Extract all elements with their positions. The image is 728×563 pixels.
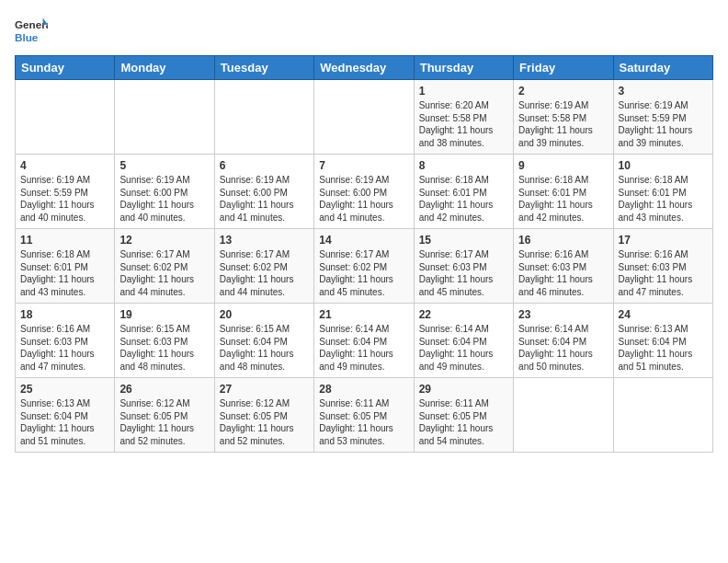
cell-w4-d3: 28 Sunrise: 6:11 AM Sunset: 6:05 PM Dayl… xyxy=(314,378,414,453)
sunrise-label: Sunrise: 6:13 AM xyxy=(20,398,90,408)
sunset-label: Sunset: 6:04 PM xyxy=(319,337,387,347)
daylight-label: Daylight: 11 hours and 44 minutes. xyxy=(119,274,194,297)
daylight-label: Daylight: 11 hours and 41 minutes. xyxy=(220,200,294,223)
sunset-label: Sunset: 6:05 PM xyxy=(319,411,387,421)
sunset-label: Sunset: 5:58 PM xyxy=(419,113,487,123)
day-info: Sunrise: 6:16 AM Sunset: 6:03 PM Dayligh… xyxy=(20,323,109,373)
day-info: Sunrise: 6:19 AM Sunset: 5:59 PM Dayligh… xyxy=(20,174,109,224)
daylight-label: Daylight: 11 hours and 39 minutes. xyxy=(518,125,593,148)
day-info: Sunrise: 6:18 AM Sunset: 6:01 PM Dayligh… xyxy=(20,248,109,298)
cell-w0-d5: 2 Sunrise: 6:19 AM Sunset: 5:58 PM Dayli… xyxy=(514,80,613,155)
sunset-label: Sunset: 6:04 PM xyxy=(220,337,288,347)
sunset-label: Sunset: 6:02 PM xyxy=(220,262,288,272)
cell-w1-d3: 7 Sunrise: 6:19 AM Sunset: 6:00 PM Dayli… xyxy=(314,155,414,229)
week-row-4: 25 Sunrise: 6:13 AM Sunset: 6:04 PM Dayl… xyxy=(16,378,713,453)
daylight-label: Daylight: 11 hours and 47 minutes. xyxy=(20,349,95,372)
sunrise-label: Sunrise: 6:12 AM xyxy=(220,398,290,408)
day-number: 16 xyxy=(518,234,608,247)
daylight-label: Daylight: 11 hours and 39 minutes. xyxy=(619,125,693,148)
cell-w1-d5: 9 Sunrise: 6:18 AM Sunset: 6:01 PM Dayli… xyxy=(514,155,613,229)
day-info: Sunrise: 6:16 AM Sunset: 6:03 PM Dayligh… xyxy=(518,248,608,298)
sunset-label: Sunset: 6:04 PM xyxy=(20,411,88,421)
cell-w1-d6: 10 Sunrise: 6:18 AM Sunset: 6:01 PM Dayl… xyxy=(613,155,712,229)
cell-w2-d5: 16 Sunrise: 6:16 AM Sunset: 6:03 PM Dayl… xyxy=(514,229,613,304)
sunset-label: Sunset: 5:59 PM xyxy=(20,188,88,198)
sunset-label: Sunset: 6:05 PM xyxy=(119,411,188,421)
daylight-label: Daylight: 11 hours and 42 minutes. xyxy=(419,200,494,223)
sunrise-label: Sunrise: 6:11 AM xyxy=(419,398,489,408)
calendar-body: 1 Sunrise: 6:20 AM Sunset: 5:58 PM Dayli… xyxy=(16,80,713,453)
day-number: 1 xyxy=(419,85,508,98)
sunrise-label: Sunrise: 6:16 AM xyxy=(518,249,588,259)
daylight-label: Daylight: 11 hours and 45 minutes. xyxy=(319,274,393,297)
logo-icon: General Blue xyxy=(15,15,48,48)
day-info: Sunrise: 6:19 AM Sunset: 6:00 PM Dayligh… xyxy=(220,174,309,224)
day-number: 19 xyxy=(119,308,209,321)
day-number: 7 xyxy=(319,159,408,172)
day-info: Sunrise: 6:17 AM Sunset: 6:03 PM Dayligh… xyxy=(419,248,508,298)
sunrise-label: Sunrise: 6:18 AM xyxy=(419,175,489,185)
day-number: 27 xyxy=(220,383,309,396)
day-number: 23 xyxy=(518,308,608,321)
daylight-label: Daylight: 11 hours and 44 minutes. xyxy=(220,274,294,297)
sunset-label: Sunset: 6:04 PM xyxy=(619,337,687,347)
daylight-label: Daylight: 11 hours and 45 minutes. xyxy=(419,274,494,297)
sunrise-label: Sunrise: 6:17 AM xyxy=(419,249,489,259)
daylight-label: Daylight: 11 hours and 49 minutes. xyxy=(419,349,494,372)
daylight-label: Daylight: 11 hours and 41 minutes. xyxy=(319,200,393,223)
day-info: Sunrise: 6:19 AM Sunset: 5:59 PM Dayligh… xyxy=(619,99,708,149)
col-saturday: Saturday xyxy=(613,56,712,80)
day-number: 15 xyxy=(419,234,508,247)
cell-w3-d3: 21 Sunrise: 6:14 AM Sunset: 6:04 PM Dayl… xyxy=(314,304,414,378)
cell-w1-d1: 5 Sunrise: 6:19 AM Sunset: 6:00 PM Dayli… xyxy=(115,155,214,229)
sunrise-label: Sunrise: 6:13 AM xyxy=(619,324,688,334)
cell-w1-d0: 4 Sunrise: 6:19 AM Sunset: 5:59 PM Dayli… xyxy=(16,155,115,229)
day-info: Sunrise: 6:14 AM Sunset: 6:04 PM Dayligh… xyxy=(518,323,608,373)
sunset-label: Sunset: 6:04 PM xyxy=(518,337,586,347)
daylight-label: Daylight: 11 hours and 40 minutes. xyxy=(20,200,95,223)
day-number: 11 xyxy=(20,234,109,247)
sunrise-label: Sunrise: 6:15 AM xyxy=(220,324,290,334)
sunset-label: Sunset: 6:00 PM xyxy=(119,188,188,198)
sunrise-label: Sunrise: 6:19 AM xyxy=(319,175,389,185)
sunrise-label: Sunrise: 6:14 AM xyxy=(419,324,489,334)
cell-w2-d2: 13 Sunrise: 6:17 AM Sunset: 6:02 PM Dayl… xyxy=(214,229,313,304)
sunset-label: Sunset: 6:02 PM xyxy=(319,262,387,272)
sunrise-label: Sunrise: 6:16 AM xyxy=(619,249,688,259)
daylight-label: Daylight: 11 hours and 51 minutes. xyxy=(20,423,95,446)
day-number: 13 xyxy=(220,234,309,247)
sunrise-label: Sunrise: 6:15 AM xyxy=(119,324,189,334)
day-number: 3 xyxy=(619,85,708,98)
day-number: 10 xyxy=(619,159,708,172)
cell-w2-d4: 15 Sunrise: 6:17 AM Sunset: 6:03 PM Dayl… xyxy=(414,229,513,304)
sunrise-label: Sunrise: 6:12 AM xyxy=(119,398,189,408)
sunrise-label: Sunrise: 6:19 AM xyxy=(220,175,290,185)
day-number: 14 xyxy=(319,234,408,247)
sunset-label: Sunset: 6:01 PM xyxy=(619,188,687,198)
sunrise-label: Sunrise: 6:17 AM xyxy=(119,249,189,259)
day-number: 29 xyxy=(419,383,508,396)
cell-w0-d6: 3 Sunrise: 6:19 AM Sunset: 5:59 PM Dayli… xyxy=(613,80,712,155)
day-info: Sunrise: 6:17 AM Sunset: 6:02 PM Dayligh… xyxy=(220,248,309,298)
week-row-2: 11 Sunrise: 6:18 AM Sunset: 6:01 PM Dayl… xyxy=(16,229,713,304)
day-info: Sunrise: 6:11 AM Sunset: 6:05 PM Dayligh… xyxy=(419,397,508,447)
daylight-label: Daylight: 11 hours and 46 minutes. xyxy=(518,274,593,297)
day-number: 24 xyxy=(619,308,708,321)
sunrise-label: Sunrise: 6:19 AM xyxy=(518,100,588,110)
cell-w2-d1: 12 Sunrise: 6:17 AM Sunset: 6:02 PM Dayl… xyxy=(115,229,214,304)
cell-w0-d3 xyxy=(314,80,414,155)
cell-w4-d4: 29 Sunrise: 6:11 AM Sunset: 6:05 PM Dayl… xyxy=(414,378,513,453)
sunrise-label: Sunrise: 6:18 AM xyxy=(20,249,90,259)
sunset-label: Sunset: 5:59 PM xyxy=(619,113,687,123)
sunset-label: Sunset: 6:00 PM xyxy=(220,188,288,198)
svg-text:Blue: Blue xyxy=(15,31,39,43)
week-row-1: 4 Sunrise: 6:19 AM Sunset: 5:59 PM Dayli… xyxy=(16,155,713,229)
day-info: Sunrise: 6:19 AM Sunset: 6:00 PM Dayligh… xyxy=(319,174,408,224)
sunset-label: Sunset: 6:02 PM xyxy=(119,262,188,272)
day-info: Sunrise: 6:12 AM Sunset: 6:05 PM Dayligh… xyxy=(220,397,309,447)
daylight-label: Daylight: 11 hours and 47 minutes. xyxy=(619,274,693,297)
day-info: Sunrise: 6:19 AM Sunset: 6:00 PM Dayligh… xyxy=(119,174,209,224)
daylight-label: Daylight: 11 hours and 38 minutes. xyxy=(419,125,494,148)
sunset-label: Sunset: 6:03 PM xyxy=(419,262,487,272)
sunrise-label: Sunrise: 6:16 AM xyxy=(20,324,90,334)
